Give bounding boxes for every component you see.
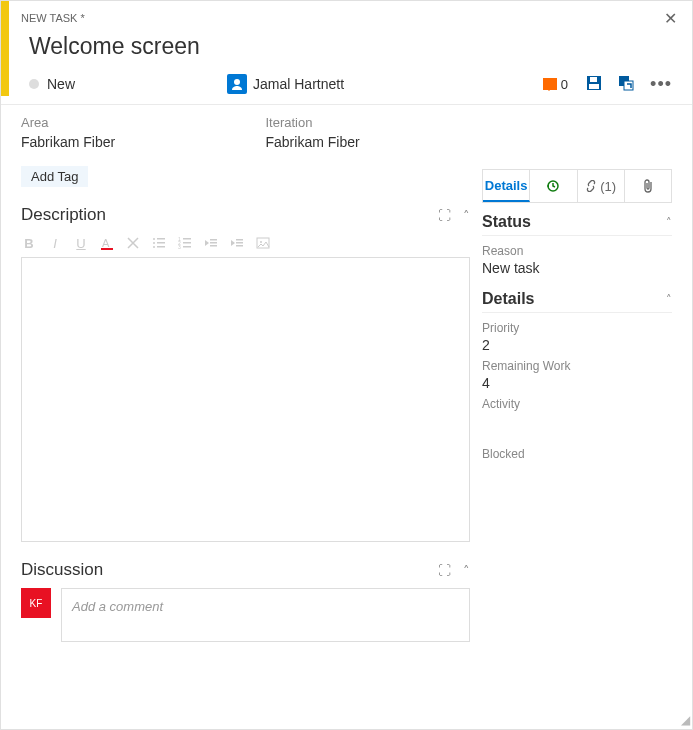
iteration-label: Iteration (266, 115, 471, 130)
svg-point-12 (153, 246, 155, 248)
svg-point-10 (153, 242, 155, 244)
links-count: (1) (600, 179, 616, 194)
blocked-label: Blocked (482, 447, 672, 461)
area-field[interactable]: Fabrikam Fiber (21, 134, 226, 150)
font-color-icon[interactable]: A (99, 235, 115, 251)
add-tag-button[interactable]: Add Tag (21, 166, 88, 187)
svg-point-0 (234, 79, 240, 85)
svg-rect-23 (236, 239, 243, 241)
work-item-badge: NEW TASK * (21, 12, 85, 24)
comments-count-value: 0 (561, 77, 568, 92)
svg-rect-13 (157, 246, 165, 248)
clear-format-icon[interactable] (125, 235, 141, 251)
comments-counter[interactable]: 0 (543, 77, 568, 92)
description-collapse-icon[interactable]: ˄ (463, 208, 470, 223)
state-indicator-icon (29, 79, 39, 89)
reason-label: Reason (482, 244, 672, 258)
state-field[interactable]: New (47, 76, 227, 92)
tab-attachments[interactable] (625, 170, 671, 202)
svg-rect-2 (590, 77, 597, 82)
activity-label: Activity (482, 397, 672, 411)
svg-rect-19 (183, 246, 191, 248)
svg-rect-22 (210, 245, 217, 247)
description-fullscreen-icon[interactable]: ⛶ (438, 208, 451, 223)
svg-rect-7 (101, 248, 113, 250)
svg-rect-24 (236, 242, 243, 244)
assignee-name: Jamal Hartnett (253, 76, 344, 92)
indent-icon[interactable] (229, 235, 245, 251)
italic-icon[interactable]: I (47, 235, 63, 251)
tab-history[interactable] (530, 170, 577, 202)
discussion-comment-input[interactable]: Add a comment (61, 588, 470, 642)
priority-field[interactable]: 2 (482, 337, 672, 353)
close-button[interactable]: ✕ (660, 9, 680, 28)
tab-details[interactable]: Details (483, 170, 530, 202)
assignee-avatar-icon (227, 74, 247, 94)
comment-icon (543, 78, 557, 90)
work-item-title[interactable]: Welcome screen (29, 33, 672, 60)
assigned-to-field[interactable]: Jamal Hartnett (227, 74, 543, 94)
svg-point-27 (260, 241, 262, 243)
description-editor[interactable] (21, 257, 470, 542)
remaining-work-field[interactable]: 4 (482, 375, 672, 391)
numbered-list-icon[interactable]: 123 (177, 235, 193, 251)
tab-links[interactable]: (1) (578, 170, 625, 202)
rich-text-toolbar: B I U A 123 (21, 231, 470, 257)
status-collapse-icon[interactable]: ˄ (666, 216, 672, 229)
svg-rect-17 (183, 242, 191, 244)
underline-icon[interactable]: U (73, 235, 89, 251)
current-user-avatar: KF (21, 588, 51, 618)
svg-rect-9 (157, 238, 165, 240)
discussion-fullscreen-icon[interactable]: ⛶ (438, 563, 451, 578)
svg-rect-21 (210, 242, 217, 244)
svg-text:3: 3 (178, 244, 181, 250)
svg-rect-25 (236, 245, 243, 247)
svg-point-8 (153, 238, 155, 240)
priority-label: Priority (482, 321, 672, 335)
blocked-field[interactable] (482, 463, 672, 479)
svg-rect-15 (183, 238, 191, 240)
details-collapse-icon[interactable]: ˄ (666, 293, 672, 306)
remaining-work-label: Remaining Work (482, 359, 672, 373)
bold-icon[interactable]: B (21, 235, 37, 251)
description-heading: Description (21, 205, 106, 225)
save-button[interactable] (586, 75, 604, 93)
image-icon[interactable] (255, 235, 271, 251)
area-label: Area (21, 115, 226, 130)
resize-grip-icon[interactable]: ◢ (676, 713, 690, 727)
svg-rect-3 (589, 84, 599, 89)
status-section-title: Status (482, 213, 531, 231)
reason-field[interactable]: New task (482, 260, 672, 276)
outdent-icon[interactable] (203, 235, 219, 251)
discussion-collapse-icon[interactable]: ˄ (463, 563, 470, 578)
activity-field[interactable] (482, 413, 672, 429)
refresh-button[interactable] (618, 75, 636, 93)
bullet-list-icon[interactable] (151, 235, 167, 251)
iteration-field[interactable]: Fabrikam Fiber (266, 134, 471, 150)
work-item-type-color-bar (1, 1, 9, 96)
svg-rect-20 (210, 239, 217, 241)
more-actions-button[interactable]: ••• (650, 74, 672, 95)
svg-rect-11 (157, 242, 165, 244)
discussion-heading: Discussion (21, 560, 103, 580)
svg-text:A: A (102, 237, 110, 249)
details-section-title: Details (482, 290, 534, 308)
